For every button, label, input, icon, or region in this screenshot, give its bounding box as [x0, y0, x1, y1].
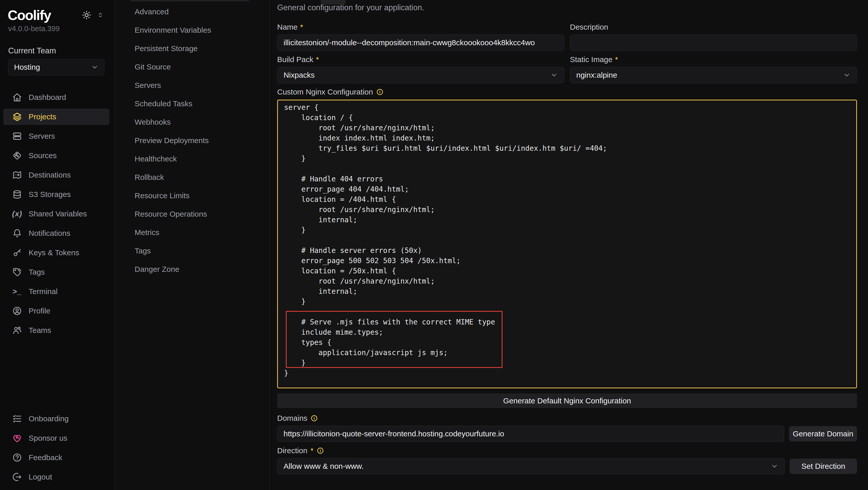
config-nav-item-healthcheck[interactable]: Healthcheck [115, 150, 270, 168]
sidebar-item-servers[interactable]: Servers [3, 128, 109, 144]
chevron-down-icon [843, 71, 850, 79]
config-nav-item-danger-zone[interactable]: Danger Zone [115, 260, 270, 278]
sidebar-item-onboarding[interactable]: Onboarding [3, 410, 109, 427]
layers-icon [12, 112, 22, 122]
theme-toggle-icon[interactable] [82, 10, 91, 20]
git-source-icon [12, 151, 22, 160]
config-nav-list: Advanced Environment Variables Persisten… [115, 3, 270, 278]
chevrons-up-down-icon[interactable] [97, 11, 104, 19]
sidebar-item-sources[interactable]: Sources [3, 147, 109, 164]
sidebar-item-feedback[interactable]: Feedback [3, 449, 109, 466]
config-sidebar: Advanced Environment Variables Persisten… [115, 0, 270, 490]
main-sidebar: Coolify v4.0.0-beta.399 Current Team Hos… [0, 0, 115, 490]
sidebar-item-profile[interactable]: Profile [3, 303, 109, 319]
name-field-group: Name* [277, 23, 564, 51]
info-icon[interactable] [316, 447, 324, 455]
config-nav-item-git-source[interactable]: Git Source [115, 58, 270, 76]
config-nav-item-persistent-storage[interactable]: Persistent Storage [115, 39, 270, 58]
set-direction-button[interactable]: Set Direction [789, 459, 857, 474]
direction-select[interactable]: Allow www & non-www. [277, 458, 785, 474]
required-asterisk: * [615, 55, 618, 64]
nginx-config-label: Custom Nginx Configuration [277, 87, 857, 97]
sidebar-item-logout[interactable]: Logout [3, 469, 109, 485]
config-nav-item-preview-deployments[interactable]: Preview Deployments [115, 131, 270, 150]
team-select[interactable]: Hosting [8, 59, 104, 75]
users-icon [12, 326, 22, 335]
direction-row: Allow www & non-www. Set Direction [277, 458, 857, 474]
config-nav-item-resource-operations[interactable]: Resource Operations [115, 205, 270, 223]
sidebar-item-teams[interactable]: Teams [3, 322, 109, 338]
general-config-panel: General configuration for your applicati… [270, 0, 868, 490]
build-pack-field-group: Build Pack* Nixpacks [277, 55, 564, 83]
checklist-icon [12, 414, 22, 424]
required-asterisk: * [300, 23, 303, 31]
config-nav-item-tags[interactable]: Tags [115, 242, 270, 260]
sidebar-item-notifications[interactable]: Notifications [3, 225, 109, 241]
config-nav-item-resource-limits[interactable]: Resource Limits [115, 186, 270, 205]
name-label: Name* [277, 23, 564, 32]
build-pack-label: Build Pack* [277, 55, 564, 64]
sidebar-item-sponsor-us[interactable]: Sponsor us [3, 430, 109, 446]
sidebar-item-keys-tokens[interactable]: Keys & Tokens [3, 244, 109, 261]
config-nav-item-metrics[interactable]: Metrics [115, 223, 270, 242]
info-icon[interactable] [376, 88, 384, 96]
domains-row: Generate Domain [277, 426, 857, 442]
help-circle-icon [12, 453, 22, 462]
static-image-select[interactable]: nginx:alpine [570, 67, 857, 83]
sidebar-nav: Dashboard Projects Servers Sources Desti… [3, 89, 109, 342]
config-nav-item-servers[interactable]: Servers [115, 76, 270, 94]
sidebar-item-tags[interactable]: Tags [3, 264, 109, 280]
active-config-item-remnant [130, 0, 249, 2]
domains-input[interactable] [277, 426, 784, 442]
required-asterisk: * [310, 446, 313, 455]
sidebar-item-s3-storages[interactable]: S3 Storages [3, 186, 109, 203]
current-team-label: Current Team [8, 46, 114, 56]
config-nav-item-webhooks[interactable]: Webhooks [115, 113, 270, 131]
server-icon [12, 131, 22, 141]
static-image-label: Static Image* [570, 55, 857, 64]
config-nav-item-advanced[interactable]: Advanced [115, 3, 270, 21]
info-icon[interactable] [310, 415, 318, 422]
terminal-icon: >_ [12, 287, 22, 296]
build-pack-select[interactable]: Nixpacks [277, 67, 564, 83]
home-icon [12, 92, 22, 102]
logout-icon [12, 472, 22, 482]
team-select-value: Hosting [14, 63, 40, 71]
variables-icon: (x) [12, 209, 22, 219]
sidebar-item-shared-variables[interactable]: (x) Shared Variables [3, 206, 109, 222]
app-version: v4.0.0-beta.399 [8, 25, 114, 33]
database-icon [12, 189, 22, 199]
config-nav-item-environment-variables[interactable]: Environment Variables [115, 21, 270, 39]
sidebar-item-terminal[interactable]: >_ Terminal [3, 283, 109, 300]
static-image-field-group: Static Image* nginx:alpine [570, 55, 857, 83]
description-field-group: Description [570, 23, 857, 51]
description-label: Description [570, 23, 857, 32]
sidebar-item-projects[interactable]: Projects [3, 109, 109, 125]
config-nav-item-rollback[interactable]: Rollback [115, 168, 270, 186]
chevron-down-icon [550, 71, 558, 79]
name-input[interactable] [277, 34, 564, 51]
nginx-config-code[interactable]: server { location / { root /usr/share/ng… [278, 100, 856, 378]
scrolled-tab-remnant [320, 0, 346, 5]
heart-icon [12, 433, 22, 443]
required-asterisk: * [316, 55, 319, 64]
chevron-down-icon [91, 63, 99, 71]
chevron-down-icon [771, 462, 778, 470]
description-input[interactable] [570, 34, 857, 51]
sidebar-footer-nav: Onboarding Sponsor us Feedback Logout [3, 410, 109, 488]
user-circle-icon [12, 306, 22, 316]
domains-label: Domains [277, 414, 857, 423]
page-subtitle: General configuration for your applicati… [277, 3, 857, 12]
key-icon [12, 248, 22, 257]
generate-default-nginx-button[interactable]: Generate Default Nginx Configuration [277, 393, 857, 408]
direction-label: Direction* [277, 446, 857, 455]
sidebar-item-dashboard[interactable]: Dashboard [3, 89, 109, 105]
config-nav-item-scheduled-tasks[interactable]: Scheduled Tasks [115, 94, 270, 113]
tag-icon [12, 267, 22, 277]
map-icon [12, 170, 22, 180]
nginx-config-editor[interactable]: server { location / { root /usr/share/ng… [277, 100, 857, 388]
app-logo[interactable]: Coolify [8, 7, 51, 23]
sidebar-item-destinations[interactable]: Destinations [3, 167, 109, 183]
bell-icon [12, 228, 22, 238]
generate-domain-button[interactable]: Generate Domain [789, 426, 857, 441]
